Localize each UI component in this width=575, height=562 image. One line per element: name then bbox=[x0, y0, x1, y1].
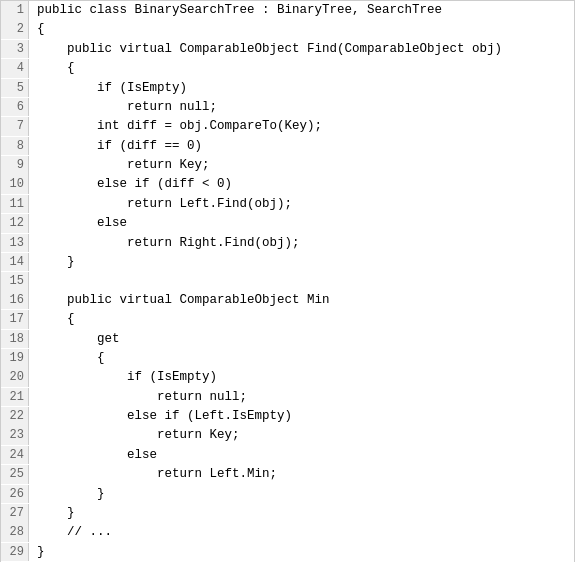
line-number: 3 bbox=[1, 40, 29, 59]
line-number: 2 bbox=[1, 20, 29, 39]
line-number: 7 bbox=[1, 117, 29, 136]
line-content: else if (diff < 0) bbox=[29, 175, 236, 194]
line-content: public class BinarySearchTree : BinaryTr… bbox=[29, 1, 446, 20]
code-line: 7 int diff = obj.CompareTo(Key); bbox=[1, 117, 574, 136]
code-line: 9 return Key; bbox=[1, 156, 574, 175]
line-number: 10 bbox=[1, 175, 29, 194]
line-number: 16 bbox=[1, 291, 29, 310]
code-line: 16 public virtual ComparableObject Min bbox=[1, 291, 574, 310]
line-content: // ... bbox=[29, 523, 116, 542]
code-line: 29} bbox=[1, 543, 574, 562]
line-content: } bbox=[29, 485, 109, 504]
line-content: else bbox=[29, 446, 161, 465]
line-number: 11 bbox=[1, 195, 29, 214]
line-number: 13 bbox=[1, 234, 29, 253]
code-line: 14 } bbox=[1, 253, 574, 272]
line-number: 14 bbox=[1, 253, 29, 272]
line-content: { bbox=[29, 20, 49, 39]
line-number: 17 bbox=[1, 310, 29, 329]
line-content: return null; bbox=[29, 98, 221, 117]
code-line: 3 public virtual ComparableObject Find(C… bbox=[1, 40, 574, 59]
code-line: 2{ bbox=[1, 20, 574, 39]
code-line: 1public class BinarySearchTree : BinaryT… bbox=[1, 1, 574, 20]
line-number: 18 bbox=[1, 330, 29, 349]
line-content: { bbox=[29, 59, 79, 78]
code-line: 6 return null; bbox=[1, 98, 574, 117]
line-number: 22 bbox=[1, 407, 29, 426]
line-content: get bbox=[29, 330, 124, 349]
line-content: public virtual ComparableObject Min bbox=[29, 291, 334, 310]
line-number: 5 bbox=[1, 79, 29, 98]
line-content: if (IsEmpty) bbox=[29, 368, 221, 387]
code-line: 10 else if (diff < 0) bbox=[1, 175, 574, 194]
code-line: 12 else bbox=[1, 214, 574, 233]
code-line: 23 return Key; bbox=[1, 426, 574, 445]
code-line: 15 bbox=[1, 272, 574, 291]
line-content: return Key; bbox=[29, 156, 214, 175]
line-content: else if (Left.IsEmpty) bbox=[29, 407, 296, 426]
line-content: else bbox=[29, 214, 131, 233]
code-line: 11 return Left.Find(obj); bbox=[1, 195, 574, 214]
line-content: if (IsEmpty) bbox=[29, 79, 191, 98]
line-content: { bbox=[29, 310, 79, 329]
code-line: 22 else if (Left.IsEmpty) bbox=[1, 407, 574, 426]
line-number: 4 bbox=[1, 59, 29, 78]
line-number: 12 bbox=[1, 214, 29, 233]
line-number: 20 bbox=[1, 368, 29, 387]
line-number: 28 bbox=[1, 523, 29, 542]
line-number: 27 bbox=[1, 504, 29, 523]
line-content: if (diff == 0) bbox=[29, 137, 206, 156]
line-number: 8 bbox=[1, 137, 29, 156]
line-content: } bbox=[29, 504, 79, 523]
code-line: 26 } bbox=[1, 485, 574, 504]
code-line: 4 { bbox=[1, 59, 574, 78]
line-number: 26 bbox=[1, 485, 29, 504]
line-number: 21 bbox=[1, 388, 29, 407]
line-content: public virtual ComparableObject Find(Com… bbox=[29, 40, 506, 59]
line-number: 9 bbox=[1, 156, 29, 175]
line-content: return Key; bbox=[29, 426, 244, 445]
code-line: 20 if (IsEmpty) bbox=[1, 368, 574, 387]
line-number: 25 bbox=[1, 465, 29, 484]
code-line: 24 else bbox=[1, 446, 574, 465]
line-number: 24 bbox=[1, 446, 29, 465]
code-line: 28 // ... bbox=[1, 523, 574, 542]
line-number: 6 bbox=[1, 98, 29, 117]
line-content: } bbox=[29, 543, 49, 562]
line-number: 19 bbox=[1, 349, 29, 368]
line-number: 23 bbox=[1, 426, 29, 445]
line-number: 15 bbox=[1, 272, 29, 291]
line-content: int diff = obj.CompareTo(Key); bbox=[29, 117, 326, 136]
code-line: 27 } bbox=[1, 504, 574, 523]
line-content: return Left.Find(obj); bbox=[29, 195, 296, 214]
code-line: 25 return Left.Min; bbox=[1, 465, 574, 484]
line-content: } bbox=[29, 253, 79, 272]
code-line: 5 if (IsEmpty) bbox=[1, 79, 574, 98]
line-content: return null; bbox=[29, 388, 251, 407]
line-number: 1 bbox=[1, 1, 29, 20]
line-content: { bbox=[29, 349, 109, 368]
code-line: 13 return Right.Find(obj); bbox=[1, 234, 574, 253]
line-content: return Right.Find(obj); bbox=[29, 234, 304, 253]
code-line: 19 { bbox=[1, 349, 574, 368]
code-editor: 1public class BinarySearchTree : BinaryT… bbox=[0, 0, 575, 562]
line-content: return Left.Min; bbox=[29, 465, 281, 484]
code-line: 17 { bbox=[1, 310, 574, 329]
code-line: 8 if (diff == 0) bbox=[1, 137, 574, 156]
line-number: 29 bbox=[1, 543, 29, 562]
code-line: 18 get bbox=[1, 330, 574, 349]
code-line: 21 return null; bbox=[1, 388, 574, 407]
